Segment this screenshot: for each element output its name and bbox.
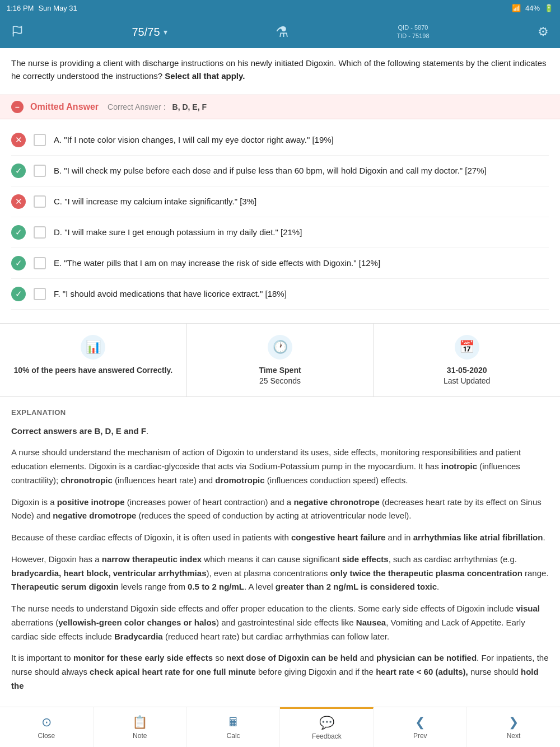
explanation-para-4: However, Digoxin has a narrow therapeuti…	[11, 553, 549, 594]
nav-item-feedback[interactable]: 💬Feedback	[280, 707, 374, 747]
explanation-para-3: Because of these cardiac effects of Digo…	[11, 531, 549, 545]
nav-icon-prev: ❮	[415, 715, 425, 730]
option-row-b: ✓B. "I will check my pulse before each d…	[11, 156, 549, 186]
status-right: 📶 44% 🔋	[512, 4, 553, 12]
nav-item-calc[interactable]: 🖩Calc	[187, 707, 281, 747]
question-text: The nurse is providing a client with dis…	[11, 57, 549, 82]
option-status-incorrect-icon: ✕	[11, 194, 26, 209]
bottom-nav: ⊙Close📋Note🖩Calc💬Feedback❮Prev❯Next	[0, 707, 560, 747]
correct-answer-value: B, D, E, F	[172, 102, 207, 111]
option-checkbox-e[interactable]	[34, 257, 46, 269]
stat-label-0: 10% of the peers have answered Correctly…	[13, 365, 172, 376]
nav-label-next: Next	[507, 732, 521, 740]
option-checkbox-f[interactable]	[34, 288, 46, 300]
stats-row: 📊10% of the peers have answered Correctl…	[0, 323, 560, 397]
nav-item-close[interactable]: ⊙Close	[0, 707, 94, 747]
nav-label-prev: Prev	[413, 732, 427, 740]
option-checkbox-b[interactable]	[34, 165, 46, 177]
nav-label-note: Note	[133, 732, 147, 740]
stat-cell-1: 🕐Time Spent25 Seconds	[187, 324, 374, 396]
option-row-e: ✓E. "The water pills that I am on may in…	[11, 248, 549, 279]
option-row-c: ✕C. "I will increase my calcium intake s…	[11, 186, 549, 217]
stat-cell-2: 📅31-05-2020Last Updated	[374, 324, 560, 396]
tid-label: TID - 75198	[396, 32, 429, 40]
stat-icon-2: 📅	[455, 335, 479, 360]
option-checkbox-c[interactable]	[34, 195, 46, 208]
option-status-correct-icon: ✓	[11, 287, 26, 301]
progress-value: 75/75	[132, 26, 160, 39]
stat-sublabel-2: Last Updated	[444, 376, 490, 385]
status-day: Sun May 31	[38, 4, 77, 12]
omitted-dot-icon: –	[11, 101, 24, 113]
nav-icon-calc: 🖩	[227, 715, 240, 730]
option-status-correct-icon: ✓	[11, 164, 26, 178]
stat-icon-0: 📊	[81, 335, 105, 360]
explanation-para-1: A nurse should understand the mechanism …	[11, 446, 549, 487]
stat-icon-1: 🕐	[268, 335, 292, 360]
status-time: 1:16 PM	[7, 4, 34, 12]
option-row-d: ✓D. "I will make sure I get enough potas…	[11, 217, 549, 248]
option-text-d: D. "I will make sure I get enough potass…	[54, 225, 302, 239]
qid-label: QID - 5870	[396, 24, 429, 32]
option-checkbox-a[interactable]	[34, 134, 46, 146]
nav-label-feedback: Feedback	[312, 732, 342, 740]
settings-icon[interactable]: ⚙	[538, 25, 549, 39]
nav-icon-next: ❯	[508, 715, 519, 730]
header: 75/75 ▾ ⚗ QID - 5870 TID - 75198 ⚙	[0, 16, 560, 48]
nav-item-prev[interactable]: ❮Prev	[374, 707, 467, 747]
option-text-e: E. "The water pills that I am on may inc…	[54, 256, 380, 270]
qid-group: QID - 5870 TID - 75198	[396, 24, 429, 41]
option-status-correct-icon: ✓	[11, 225, 26, 240]
omitted-banner: – Omitted Answer Correct Answer : B, D, …	[0, 95, 560, 119]
explanation-title: EXPLANATION	[11, 408, 549, 417]
correct-answer-label: Correct Answer :	[108, 102, 165, 111]
stat-label-1: Time Spent	[259, 365, 301, 376]
explanation-para-5: The nurse needs to understand Digoxin si…	[11, 602, 549, 643]
option-text-b: B. "I will check my pulse before each do…	[54, 164, 487, 178]
nav-icon-close: ⊙	[41, 715, 52, 730]
option-text-f: F. "I should avoid medications that have…	[54, 287, 287, 301]
chevron-down-icon: ▾	[164, 27, 167, 36]
options-area: ✕A. "If I note color vision changes, I w…	[0, 123, 560, 312]
nav-icon-feedback: 💬	[319, 716, 334, 730]
stat-sublabel-1: 25 Seconds	[259, 376, 301, 385]
option-status-correct-icon: ✓	[11, 256, 26, 270]
explanation-para-0: Correct answers are B, D, E and F.	[11, 424, 549, 438]
explanation-body: Correct answers are B, D, E and F.A nurs…	[11, 424, 549, 693]
stat-label-2: 31-05-2020	[447, 365, 487, 376]
explanation-para-2: Digoxin is a positive inotrope (increase…	[11, 496, 549, 524]
question-body: The nurse is providing a client with dis…	[11, 58, 546, 81]
stat-cell-0: 📊10% of the peers have answered Correctl…	[0, 324, 187, 396]
omitted-label: Omitted Answer	[30, 102, 99, 112]
option-text-c: C. "I will increase my calcium intake si…	[54, 194, 256, 208]
wifi-icon: 📶	[512, 4, 521, 12]
option-checkbox-d[interactable]	[34, 226, 46, 239]
question-select-all: Select all that apply.	[165, 71, 245, 81]
battery-icon: 🔋	[544, 4, 553, 12]
nav-item-note[interactable]: 📋Note	[94, 707, 187, 747]
nav-item-next[interactable]: ❯Next	[467, 707, 560, 747]
option-row-a: ✕A. "If I note color vision changes, I w…	[11, 125, 549, 156]
option-text-a: A. "If I note color vision changes, I wi…	[54, 133, 334, 147]
progress-group[interactable]: 75/75 ▾	[132, 26, 167, 39]
status-left: 1:16 PM Sun May 31	[7, 4, 77, 12]
option-status-incorrect-icon: ✕	[11, 133, 26, 147]
question-area: The nurse is providing a client with dis…	[0, 48, 560, 95]
progress-counter[interactable]: 75/75 ▾	[132, 26, 167, 39]
option-row-f: ✓F. "I should avoid medications that hav…	[11, 279, 549, 310]
nav-label-calc: Calc	[227, 732, 240, 740]
flag-button[interactable]	[11, 25, 24, 39]
nav-icon-note: 📋	[132, 715, 147, 730]
flask-icon[interactable]: ⚗	[276, 24, 288, 41]
explanation-para-6: It is important to monitor for these ear…	[11, 651, 549, 693]
nav-label-close: Close	[38, 732, 55, 740]
battery-level: 44%	[525, 4, 540, 12]
explanation-section: EXPLANATION Correct answers are B, D, E …	[0, 397, 560, 747]
status-bar: 1:16 PM Sun May 31 📶 44% 🔋	[0, 0, 560, 16]
